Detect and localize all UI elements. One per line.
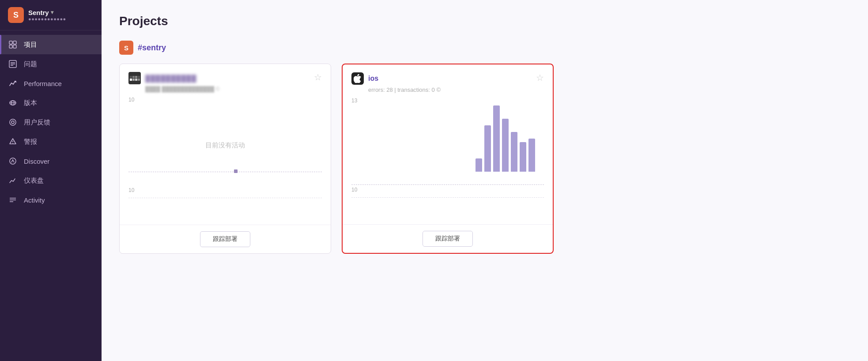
sidebar-item-issues[interactable]: 问题 [0, 54, 102, 74]
releases-icon [8, 98, 18, 108]
card-project-info-1: ██████████ ████ ██████████████ © [128, 72, 220, 92]
card-chart-area-1: 10 目前没有活动 10 [120, 97, 331, 198]
chevron-down-icon: ▾ [51, 9, 53, 15]
card-name-row-2: ios [351, 72, 441, 85]
svg-rect-3 [13, 45, 16, 48]
bar [520, 142, 526, 172]
bar [493, 105, 500, 172]
sidebar-label-performance: Performance [24, 80, 62, 87]
page-title: Projects [119, 14, 850, 28]
org-subtitle: ●●●●●●●●●●●● [28, 16, 66, 22]
chart-empty-text-1: 目前没有活动 [205, 141, 245, 149]
section-logo: S [119, 41, 133, 55]
card-project-name-2: ios [368, 75, 378, 83]
sidebar-item-performance[interactable]: Performance [0, 74, 102, 93]
main-content: Projects S #sentry [102, 0, 868, 361]
star-icon-2[interactable]: ☆ [536, 72, 544, 83]
card-project-info-2: ios errors: 28 | transactions: 0 © [351, 72, 441, 93]
projects-icon [8, 40, 18, 49]
section-link[interactable]: #sentry [138, 43, 166, 53]
sidebar-item-releases[interactable]: 版本 [0, 93, 102, 113]
org-info: Sentry ▾ ●●●●●●●●●●●● [28, 9, 66, 22]
project-card-1: ██████████ ████ ██████████████ © ☆ 10 目前… [119, 64, 331, 254]
track-deploy-button-1[interactable]: 跟踪部署 [200, 231, 250, 247]
sidebar-label-discover: Discover [24, 158, 49, 165]
bar [511, 132, 517, 172]
card-header-1: ██████████ ████ ██████████████ © ☆ [120, 64, 331, 97]
bar [484, 125, 491, 172]
bar [476, 158, 482, 172]
activity-icon [8, 195, 18, 205]
card-project-meta-2: errors: 28 | transactions: 0 © [351, 86, 441, 93]
card-project-name-1: ██████████ [145, 75, 196, 82]
chart-y-bottom-1: 10 [128, 187, 322, 193]
svg-point-11 [10, 119, 16, 125]
org-name[interactable]: Sentry ▾ [28, 9, 66, 16]
card-project-meta-1: ████ ██████████████ © [128, 86, 220, 92]
star-icon-1[interactable]: ☆ [314, 72, 322, 83]
bars-container-2 [351, 105, 544, 185]
alerts-icon [8, 137, 18, 147]
sidebar-label-releases: 版本 [24, 99, 37, 107]
sidebar-nav: 项目 问题 Performance 版本 用户反馈 [0, 30, 102, 361]
dashboards-icon [8, 176, 18, 185]
sidebar-item-alerts[interactable]: 警报 [0, 132, 102, 151]
apple-project-icon [351, 72, 364, 85]
card-footer-1: 跟踪部署 [120, 225, 331, 253]
sidebar: S Sentry ▾ ●●●●●●●●●●●● 项目 问题 Per [0, 0, 102, 361]
svg-point-15 [10, 158, 16, 164]
sidebar-label-projects: 项目 [24, 41, 37, 49]
performance-icon [8, 79, 18, 88]
sidebar-item-feedback[interactable]: 用户反馈 [0, 113, 102, 132]
org-logo: S [8, 7, 24, 23]
feedback-icon [8, 117, 18, 127]
card-chart-area-2: 13 10 [343, 98, 553, 197]
card-header-2: ios errors: 28 | transactions: 0 © ☆ [343, 64, 553, 98]
sidebar-label-alerts: 警报 [24, 138, 37, 146]
svg-point-14 [12, 143, 13, 144]
card-footer-2: 跟踪部署 [343, 224, 553, 253]
sidebar-item-discover[interactable]: Discover [0, 151, 102, 171]
section-header: S #sentry [119, 41, 850, 55]
sidebar-label-dashboards: 仪表盘 [24, 177, 44, 185]
chart-y-top-2: 13 [351, 98, 544, 104]
chart-canvas-1: 目前没有活动 [128, 105, 322, 185]
track-deploy-button-2[interactable]: 跟踪部署 [423, 231, 473, 247]
svg-rect-2 [9, 45, 12, 48]
svg-point-12 [11, 121, 14, 124]
sidebar-item-dashboards[interactable]: 仪表盘 [0, 171, 102, 190]
sidebar-item-projects[interactable]: 项目 [0, 35, 102, 54]
chart-baseline-1 [128, 172, 322, 172]
chart-y-bottom-2: 10 [351, 187, 544, 193]
issues-icon [8, 59, 18, 69]
bar [528, 139, 535, 172]
bar [502, 119, 509, 172]
discover-icon [8, 156, 18, 166]
svg-rect-1 [13, 41, 16, 44]
card-name-row-1: ██████████ [128, 72, 220, 84]
cards-row: ██████████ ████ ██████████████ © ☆ 10 目前… [119, 64, 850, 254]
svg-rect-0 [9, 41, 12, 44]
sidebar-label-feedback: 用户反馈 [24, 118, 50, 127]
project-card-2: ios errors: 28 | transactions: 0 © ☆ 13 … [342, 64, 554, 254]
sidebar-header: S Sentry ▾ ●●●●●●●●●●●● [0, 0, 102, 30]
chart-y-top-1: 10 [128, 97, 322, 103]
sidebar-label-issues: 问题 [24, 60, 37, 68]
chart-baseline-2 [351, 184, 544, 185]
sidebar-label-activity: Activity [24, 196, 45, 204]
sidebar-item-activity[interactable]: Activity [0, 190, 102, 210]
card-project-icon-1 [128, 72, 141, 84]
